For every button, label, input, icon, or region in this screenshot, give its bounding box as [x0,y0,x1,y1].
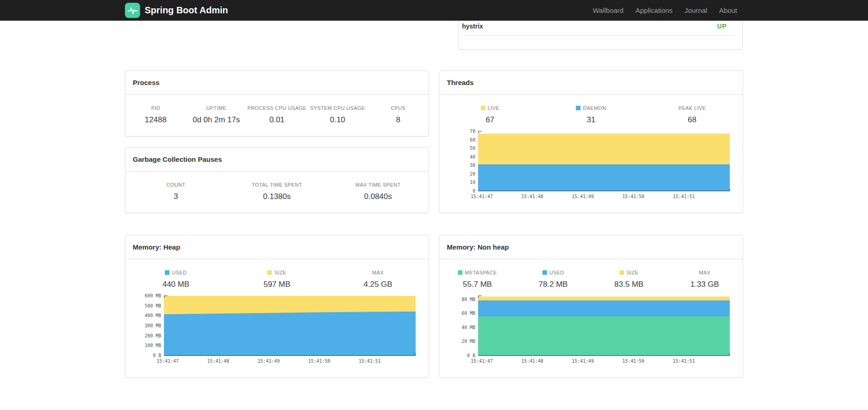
threads-panel-title: Threads [440,71,743,95]
legend-live: LIVE 67 [440,105,541,125]
legend-nonheap-size-value: 83.5 MB [591,280,667,289]
y-axis-tick-label: 40 [440,154,475,159]
y-axis-tick-label: 0 [440,188,475,194]
process-panel-title: Process [125,71,428,95]
nonheap-plot-area [478,296,730,356]
memory-nonheap-panel: Memory: Non heap METASPACE 55.7 MB USED … [439,235,743,378]
legend-nonheap-size-key-swatch [620,270,624,275]
brand-title: Spring Boot Admin [145,5,228,16]
y-axis-tick-label: 400 MB [125,313,161,318]
legend-heap-size: SIZE 597 MB [226,270,327,289]
series-area-daemon [478,164,730,191]
nav-wallboard[interactable]: Wallboard [587,0,630,21]
x-axis-tick-label: 15:41:47 [147,359,188,364]
x-axis-tick-label: 15:41:51 [349,359,390,364]
legend-heap-max-label: MAX [372,270,383,275]
legend-daemon-label: DAEMON [583,105,606,111]
legend-nonheap-size-label: SIZE [626,270,638,275]
legend-heap-size-label: SIZE [274,270,286,275]
y-axis-tick-label: 200 MB [125,333,161,338]
memory-nonheap-chart: 0 B20 MB40 MB60 MB80 MB15:41:4715:41:481… [440,296,743,376]
heap-legend: USED 440 MB SIZE 597 MB MAX [125,259,428,289]
y-axis-tick-label: 20 [440,171,475,177]
applications-panel: hystrix UP [458,17,743,50]
legend-peak-live: PEAK LIVE 68 [642,105,743,125]
y-axis-tick-label: 80 MB [440,297,475,302]
legend-metaspace-label: METASPACE [465,270,497,275]
x-axis-tick-label: 15:41:48 [512,194,553,199]
y-axis-tick-label: 100 MB [125,343,161,348]
x-axis-tick-label: 15:41:49 [562,359,603,364]
legend-nonheap-max: MAX 1.33 GB [667,270,743,289]
threads-chart: 01020304050607015:41:4715:41:4815:41:491… [440,131,743,212]
metric-gc-count: COUNT 3 [125,182,226,201]
nav-journal[interactable]: Journal [679,0,713,21]
y-axis-tick-label: 0 B [125,353,161,358]
metric-gc-max-time: MAX TIME SPENT 0.0840s [327,182,428,201]
nav-about[interactable]: About [713,0,743,21]
legend-heap-size-value: 597 MB [226,280,327,289]
nav-applications[interactable]: Applications [630,0,679,21]
threads-plot-area [478,131,730,192]
x-axis-tick-label: 15:41:51 [663,359,705,364]
y-axis-tick-label: 60 MB [440,311,475,316]
gc-panel: Garbage Collection Pauses COUNT 3 TOTAL … [125,147,429,213]
y-axis-tick-label: 50 [440,146,475,151]
divider [464,35,735,36]
page-content: hystrix UP Process PID 12488 UPTIME 0d 0 [125,0,743,378]
legend-nonheap-used-label: USED [549,270,564,275]
metric-gc-total-time: TOTAL TIME SPENT 0.1380s [226,182,327,201]
legend-nonheap-size: SIZE 83.5 MB [591,270,667,289]
memory-heap-panel-title: Memory: Heap [125,235,428,259]
legend-nonheap-max-value: 1.33 GB [667,280,743,289]
legend-metaspace-value: 55.7 MB [440,280,515,289]
y-axis-tick-label: 0 B [440,353,475,358]
y-axis-tick-label: 60 [440,137,475,142]
metric-cpus: CPUS 8 [368,105,428,125]
series-area-metaspace [478,316,730,355]
legend-heap-used-label: USED [172,270,186,275]
legend-live-value: 67 [440,115,541,125]
legend-live-key-swatch [481,106,485,110]
legend-heap-max-value: 4.25 GB [327,280,428,289]
gc-panel-title: Garbage Collection Pauses [125,148,428,171]
legend-live-label: LIVE [488,105,499,111]
x-axis-tick-label: 15:41:48 [197,359,239,364]
y-axis-tick-label: 20 MB [440,339,475,344]
y-axis-tick-label: 30 [440,163,475,168]
y-axis-tick-label: 40 MB [440,325,475,330]
x-axis-tick-label: 15:41:50 [299,359,340,364]
legend-nonheap-used-value: 78.2 MB [515,280,591,289]
brand[interactable]: Spring Boot Admin [125,3,228,18]
x-axis-tick-label: 15:41:50 [613,194,654,199]
legend-daemon-value: 31 [541,115,642,125]
legend-peak-live-value: 68 [642,115,743,125]
y-axis-tick-label: 500 MB [125,303,161,308]
legend-heap-max: MAX 4.25 GB [327,270,428,289]
legend-nonheap-used-key-swatch [542,270,547,275]
metric-pid: PID 12488 [125,105,186,125]
x-axis-tick-label: 15:41:47 [461,359,502,364]
heap-plot-area [164,296,416,356]
spring-boot-admin-logo-icon [125,3,140,18]
x-axis-tick-label: 15:41:48 [512,359,553,364]
top-navbar: Spring Boot Admin Wallboard Applications… [0,0,868,21]
process-panel: Process PID 12488 UPTIME 0d 0h 2m 17s PR… [125,70,429,137]
nonheap-legend: METASPACE 55.7 MB USED 78.2 MB SIZE [440,259,743,289]
y-axis-tick-label: 600 MB [125,293,161,298]
legend-nonheap-max-label: MAX [699,270,710,275]
legend-heap-used-value: 440 MB [125,280,226,289]
x-axis-tick-label: 15:41:49 [562,194,603,199]
legend-nonheap-used: USED 78.2 MB [515,270,591,289]
x-axis-tick-label: 15:41:51 [663,194,705,199]
legend-heap-used: USED 440 MB [125,270,226,289]
nav-links: Wallboard Applications Journal About [587,0,743,21]
gc-metrics: COUNT 3 TOTAL TIME SPENT 0.1380s MAX TIM… [125,171,428,201]
process-metrics: PID 12488 UPTIME 0d 0h 2m 17s PROCESS CP… [125,95,428,125]
application-name: hystrix [462,23,483,30]
threads-legend: LIVE 67 DAEMON 31 PEAK LIVE [440,95,743,125]
legend-metaspace-key-swatch [458,270,462,275]
legend-peak-live-label: PEAK LIVE [678,105,706,111]
legend-daemon-key-swatch [576,106,581,110]
y-axis-tick-label: 10 [440,180,475,185]
